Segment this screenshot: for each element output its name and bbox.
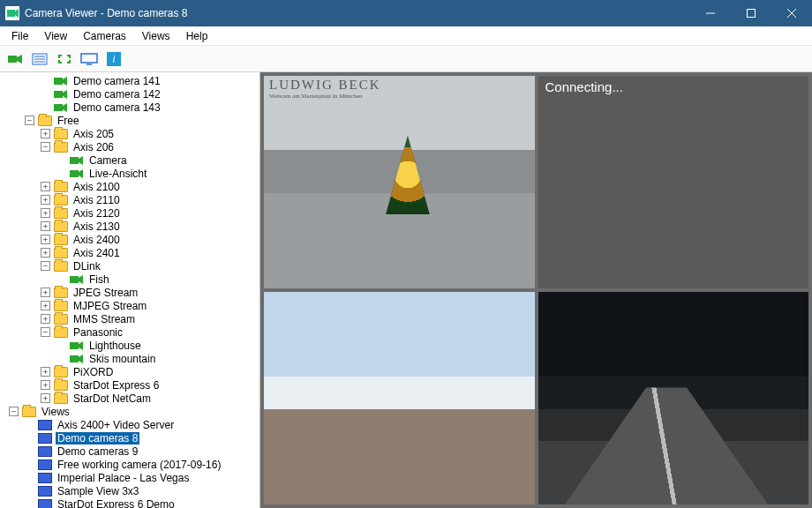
tree-item[interactable]: +MJPEG Stream <box>0 299 259 312</box>
expand-icon[interactable]: + <box>41 248 50 258</box>
camera-cell-3[interactable] <box>264 292 535 504</box>
toolbar-list-button[interactable] <box>28 49 51 70</box>
toolbar-info-button[interactable]: i <box>102 49 125 70</box>
tree-item[interactable]: +JPEG Stream <box>0 286 259 299</box>
camera-cell-4[interactable] <box>538 292 809 504</box>
tree-item[interactable]: Skis mountain <box>0 352 259 365</box>
tree-item[interactable]: +Axis 2400 <box>0 233 259 246</box>
svg-rect-17 <box>54 78 63 85</box>
svg-rect-19 <box>54 91 63 98</box>
expand-icon[interactable]: + <box>41 380 50 390</box>
menu-cameras[interactable]: Cameras <box>75 28 134 44</box>
close-button[interactable] <box>771 0 812 26</box>
tree-item[interactable]: Sample View 3x3 <box>0 484 259 497</box>
toolbar-fullscreen-button[interactable] <box>53 49 76 70</box>
collapse-icon[interactable]: − <box>25 116 34 125</box>
tree-item-label: Axis 2100 <box>71 181 122 193</box>
camera-icon <box>70 340 84 351</box>
toolbar-monitor-button[interactable] <box>78 49 101 70</box>
svg-marker-26 <box>79 169 83 178</box>
expand-icon[interactable]: + <box>41 288 50 297</box>
tree-item[interactable]: −Panasonic <box>0 325 259 339</box>
tree-item[interactable]: Camera <box>0 153 259 167</box>
tree-item-label: Sample View 3x3 <box>56 485 141 497</box>
expand-icon[interactable]: + <box>41 195 50 205</box>
folder-icon <box>54 327 68 338</box>
svg-rect-4 <box>748 10 756 18</box>
menu-help[interactable]: Help <box>178 28 216 44</box>
tree-item[interactable]: Imperial Palace - Las Vegas <box>0 471 259 484</box>
tree-item[interactable]: Demo cameras 8 <box>0 431 259 444</box>
tree-item-label: Demo camera 142 <box>71 88 162 101</box>
expand-icon[interactable]: + <box>41 393 50 403</box>
tree-item[interactable]: Axis 2400+ Video Server <box>0 418 259 431</box>
expand-icon[interactable]: + <box>41 182 50 191</box>
tree-item[interactable]: +StarDot Express 6 <box>0 378 259 392</box>
camera-cell-1[interactable]: LUDWIG BECK Webcam am Marienplatz in Mün… <box>264 76 535 288</box>
tree-item[interactable]: StarDot Express 6 Demo <box>0 497 259 508</box>
expand-icon[interactable]: + <box>41 301 50 310</box>
tree-item-label: Axis 206 <box>71 141 116 153</box>
minimize-button[interactable] <box>690 0 731 26</box>
svg-marker-24 <box>79 156 83 165</box>
tree-item[interactable]: +Axis 2130 <box>0 220 259 233</box>
tree-item[interactable]: −Views <box>0 405 259 418</box>
tree-item[interactable]: Free working camera (2017-09-16) <box>0 458 259 471</box>
tree-item[interactable]: +MMS Stream <box>0 312 259 325</box>
camera-icon <box>70 354 84 364</box>
tree-item[interactable]: Lighthouse <box>0 339 259 352</box>
tree-item[interactable]: +Axis 2401 <box>0 246 259 259</box>
expand-icon[interactable]: + <box>41 367 50 377</box>
folder-icon <box>54 129 68 139</box>
menu-views[interactable]: Views <box>134 28 178 44</box>
tree-item[interactable]: +Axis 2120 <box>0 206 259 220</box>
expand-icon[interactable]: + <box>41 208 50 218</box>
svg-rect-31 <box>70 355 79 362</box>
collapse-icon[interactable]: − <box>41 142 50 152</box>
menu-file[interactable]: File <box>4 28 36 44</box>
toolbar-camera-button[interactable] <box>4 49 26 70</box>
expand-icon[interactable]: + <box>41 129 50 138</box>
svg-marker-32 <box>79 355 83 363</box>
collapse-icon[interactable]: − <box>41 261 50 271</box>
tree-item[interactable]: +Axis 2110 <box>0 193 259 206</box>
maximize-button[interactable] <box>731 0 771 26</box>
tree-item[interactable]: +StarDot NetCam <box>0 392 259 405</box>
folder-icon <box>54 182 68 192</box>
tree-item-label: Free working camera (2017-09-16) <box>56 459 222 471</box>
tree-item[interactable]: Demo camera 143 <box>0 101 259 114</box>
svg-rect-13 <box>81 54 97 63</box>
view-icon <box>38 433 52 444</box>
folder-icon <box>54 301 68 311</box>
tree-item-label: Axis 205 <box>71 128 116 140</box>
tree-item[interactable]: Demo camera 142 <box>0 87 259 101</box>
svg-marker-18 <box>63 77 67 86</box>
tree-item[interactable]: +Axis 2100 <box>0 180 259 193</box>
camera-cell-2[interactable]: Connecting... <box>538 76 809 288</box>
collapse-icon[interactable]: − <box>41 327 50 337</box>
tree-item-label: Axis 2400 <box>71 234 122 246</box>
tree-item-label: JPEG Stream <box>71 287 139 299</box>
tree-item[interactable]: −DLink <box>0 259 259 273</box>
folder-icon <box>54 208 68 219</box>
tree-item[interactable]: +Axis 205 <box>0 127 259 140</box>
camera-grid: LUDWIG BECK Webcam am Marienplatz in Mün… <box>260 72 812 508</box>
expand-icon[interactable]: + <box>41 221 50 231</box>
tree-item-label: Demo cameras 8 <box>56 432 139 444</box>
tree-pane[interactable]: Demo camera 141Demo camera 142Demo camer… <box>0 72 260 508</box>
expand-icon[interactable]: + <box>41 314 50 324</box>
collapse-icon[interactable]: − <box>9 407 19 416</box>
tree-item[interactable]: +PiXORD <box>0 365 259 378</box>
folder-icon <box>54 248 68 258</box>
svg-marker-22 <box>63 103 67 112</box>
menu-view[interactable]: View <box>36 28 75 44</box>
svg-rect-7 <box>8 56 17 63</box>
tree-item[interactable]: −Axis 206 <box>0 140 259 153</box>
tree-item[interactable]: −Free <box>0 114 259 127</box>
tree-item[interactable]: Demo cameras 9 <box>0 444 259 458</box>
tree-item[interactable]: Fish <box>0 273 259 286</box>
expand-icon[interactable]: + <box>41 235 50 244</box>
tree-item[interactable]: Demo camera 141 <box>0 74 259 87</box>
tree-item[interactable]: Live-Ansicht <box>0 167 259 180</box>
tree-item-label: MJPEG Stream <box>71 300 148 312</box>
